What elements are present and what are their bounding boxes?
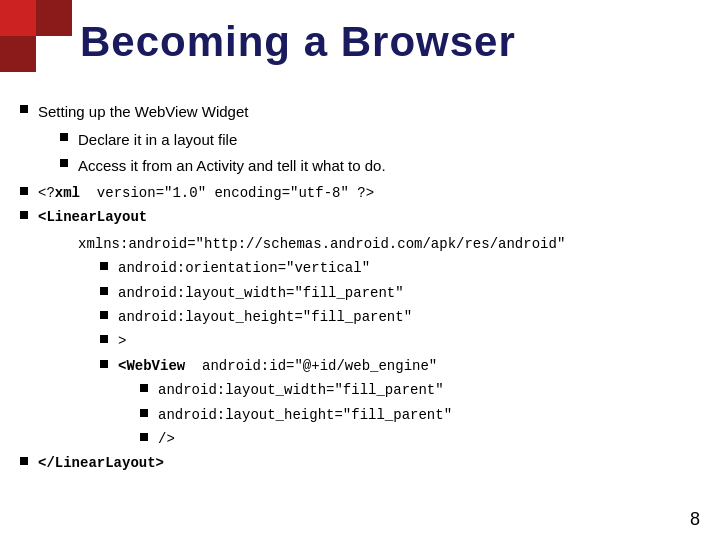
page-number: 8 (690, 509, 700, 530)
list-item: <WebView android:id="@+id/web_engine" (100, 355, 700, 377)
item-text: <?xml version="1.0" encoding="utf-8" ?> (38, 182, 700, 204)
bullet-icon (20, 105, 28, 113)
square-red (0, 0, 36, 36)
item-text: android:layout_height="fill_parent" (158, 404, 700, 426)
item-text: android:layout_width="fill_parent" (118, 282, 700, 304)
item-text: android:layout_width="fill_parent" (158, 379, 700, 401)
item-text: Access it from an Activity and tell it w… (78, 154, 700, 178)
item-text: </LinearLayout> (38, 452, 700, 474)
content-area: Setting up the WebView Widget Declare it… (20, 100, 700, 520)
corner-decoration (0, 0, 72, 72)
bullet-icon (100, 335, 108, 343)
item-text: android:orientation="vertical" (118, 257, 700, 279)
list-item: android:layout_height="fill_parent" (100, 306, 700, 328)
bullet-icon (100, 311, 108, 319)
list-item: Setting up the WebView Widget (20, 100, 700, 124)
list-item: </LinearLayout> (20, 452, 700, 474)
bullet-icon (100, 287, 108, 295)
page-title: Becoming a Browser (80, 18, 700, 66)
list-item: > (100, 330, 700, 352)
list-item: Access it from an Activity and tell it w… (60, 154, 700, 178)
bullet-icon (100, 262, 108, 270)
header: Becoming a Browser (80, 18, 700, 66)
item-text: <LinearLayout (38, 206, 700, 228)
list-item: android:layout_height="fill_parent" (140, 404, 700, 426)
bullet-icon (20, 187, 28, 195)
item-text: > (118, 330, 700, 352)
list-item: xmlns:android="http://schemas.android.co… (78, 231, 700, 255)
item-text: /> (158, 428, 700, 450)
bullet-icon (60, 159, 68, 167)
list-item: Declare it in a layout file (60, 128, 700, 152)
list-item: <LinearLayout (20, 206, 700, 228)
list-item: android:layout_width="fill_parent" (140, 379, 700, 401)
item-text: android:layout_height="fill_parent" (118, 306, 700, 328)
bullet-icon (100, 360, 108, 368)
bullet-icon (20, 211, 28, 219)
list-item: <?xml version="1.0" encoding="utf-8" ?> (20, 182, 700, 204)
bullet-icon (140, 384, 148, 392)
square-bottom-left (0, 36, 36, 72)
item-text: xmlns:android="http://schemas.android.co… (78, 236, 565, 252)
bullet-icon (140, 409, 148, 417)
bullet-icon (140, 433, 148, 441)
item-text: Declare it in a layout file (78, 128, 700, 152)
item-text: Setting up the WebView Widget (38, 100, 700, 124)
list-item: /> (140, 428, 700, 450)
bullet-icon (60, 133, 68, 141)
square-dark-red (36, 0, 72, 36)
item-text: <WebView android:id="@+id/web_engine" (118, 355, 700, 377)
bullet-icon (20, 457, 28, 465)
list-item: android:orientation="vertical" (100, 257, 700, 279)
list-item: android:layout_width="fill_parent" (100, 282, 700, 304)
